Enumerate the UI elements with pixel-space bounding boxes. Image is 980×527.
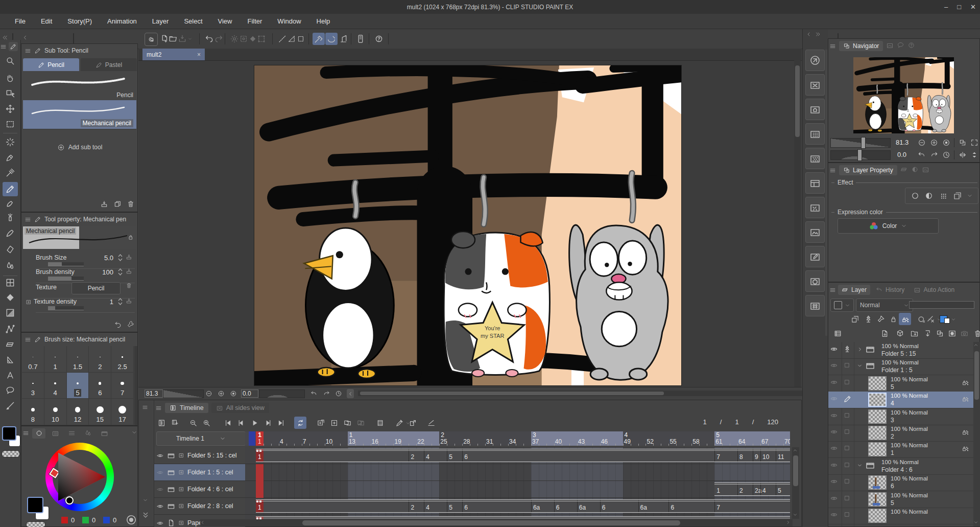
layer-thumbnail[interactable] xyxy=(868,409,887,424)
tab-layer[interactable]: Layer xyxy=(838,285,870,295)
layer-row-6[interactable]: 100 % Normal6 xyxy=(828,474,974,491)
skip-to-end-button[interactable] xyxy=(275,417,287,429)
texture-select[interactable]: Pencil xyxy=(71,282,121,294)
tab-history[interactable]: History xyxy=(872,285,908,295)
brush-size-3[interactable]: 3 xyxy=(22,373,44,399)
scroll-up[interactable] xyxy=(793,447,799,453)
delete-texture-button[interactable] xyxy=(126,282,135,291)
material-close-button[interactable] xyxy=(805,74,825,96)
menu-layer[interactable]: Layer xyxy=(145,17,177,25)
clipping-button[interactable] xyxy=(849,313,861,325)
tab-material-image[interactable] xyxy=(922,166,929,175)
brush-size-12[interactable]: 12 xyxy=(67,399,89,425)
tab-color-set[interactable] xyxy=(49,428,62,439)
layer-color-button[interactable] xyxy=(939,313,951,325)
expand-track-button[interactable] xyxy=(178,452,184,459)
save-dropdown[interactable] xyxy=(187,36,194,42)
tool-pen[interactable] xyxy=(3,150,18,165)
field-slider[interactable] xyxy=(48,306,84,310)
tool-ruler[interactable] xyxy=(3,353,18,367)
layer-row-Folder 5 : 15[interactable]: 100 % NormalFolder 5 : 15 xyxy=(828,342,974,359)
scrollbar-thumb[interactable] xyxy=(974,351,979,400)
brush-size-6[interactable]: 6 xyxy=(89,373,111,399)
maximize-button[interactable]: □ xyxy=(957,3,961,11)
tool-blend[interactable] xyxy=(3,259,18,273)
track-header-4[interactable]: Folder 2 : 8 : cel xyxy=(154,498,245,515)
layer-row-Folder 4 : 6[interactable]: 100 % NormalFolder 4 : 6 xyxy=(828,458,974,475)
tab-color-mixing[interactable] xyxy=(81,428,94,439)
tool-correct-line[interactable] xyxy=(3,399,18,413)
panel-menu[interactable] xyxy=(142,404,150,413)
tool-decoration[interactable] xyxy=(3,226,18,240)
delete-cel-button[interactable] xyxy=(393,417,405,429)
material-grid-button[interactable] xyxy=(805,123,825,145)
material-scrollbar[interactable] xyxy=(825,50,827,336)
menu-filter[interactable]: Filter xyxy=(240,17,270,25)
visibility-toggle[interactable] xyxy=(830,494,840,505)
chev-rr-material[interactable] xyxy=(815,31,823,39)
tool-zoom[interactable] xyxy=(3,54,18,68)
draft-layer-button[interactable] xyxy=(874,313,887,325)
tool-balloon[interactable] xyxy=(3,383,18,398)
edit-state[interactable] xyxy=(843,511,853,521)
lock-alpha-button[interactable] xyxy=(899,313,911,325)
visibility-toggle[interactable] xyxy=(830,477,840,488)
transform-frame-button[interactable] xyxy=(255,33,268,45)
field-stepper[interactable] xyxy=(117,297,124,306)
add-sub-tool-button[interactable]: Add sub tool xyxy=(23,141,136,153)
menu-view[interactable]: View xyxy=(210,17,240,25)
visibility-toggle[interactable] xyxy=(830,428,840,438)
lock-brush-button[interactable] xyxy=(127,234,136,243)
expand-setting-button[interactable] xyxy=(26,299,32,306)
menu-storyp[interactable]: Story(P) xyxy=(60,17,100,25)
brush-size-15[interactable]: 15 xyxy=(89,399,111,425)
timeline-h-scrollbar[interactable] xyxy=(200,519,793,526)
layer-row-5[interactable]: 100 % Normal5 xyxy=(828,375,974,392)
effect-layer-color-button[interactable] xyxy=(953,191,962,200)
next-frame-button[interactable] xyxy=(261,417,274,429)
insert-cel-button[interactable] xyxy=(425,417,437,429)
collapse-down[interactable] xyxy=(142,497,150,505)
tool-brush[interactable] xyxy=(3,196,18,211)
nav-flip-view[interactable] xyxy=(957,149,968,160)
layer-row-Folder 1 : 5[interactable]: 100 % NormalFolder 1 : 5 xyxy=(828,358,974,375)
brush-size-2.5[interactable]: 2.5 xyxy=(111,346,134,373)
playback-start-marker[interactable] xyxy=(249,431,255,446)
close-button[interactable]: ✕ xyxy=(970,3,976,11)
tool-operation[interactable] xyxy=(3,86,18,101)
track-visibility-toggle[interactable] xyxy=(156,502,164,510)
tab-balloon[interactable] xyxy=(897,41,904,51)
scroll-up[interactable] xyxy=(973,342,980,349)
sub-tool-tab-pastel[interactable]: Pastel xyxy=(81,58,137,71)
tab-help[interactable] xyxy=(907,41,915,51)
navigator-thumbnail[interactable]: You're my STAR xyxy=(853,57,954,133)
save-button[interactable] xyxy=(176,33,188,45)
new-cel-button[interactable] xyxy=(328,417,340,429)
play-button[interactable] xyxy=(248,417,260,429)
tab-color-sliders[interactable] xyxy=(65,428,78,439)
minus-circle-zoom[interactable] xyxy=(204,389,214,398)
tool-move-layer[interactable] xyxy=(3,102,18,116)
expand-track-button[interactable] xyxy=(178,503,184,509)
new-vector-layer-button[interactable] xyxy=(894,327,906,339)
collapse-bar-button[interactable] xyxy=(347,389,354,398)
brush-size-1[interactable]: 1 xyxy=(44,346,67,373)
canvas-rotation-slider[interactable] xyxy=(259,389,305,398)
tool-fill[interactable] xyxy=(3,290,18,305)
tool-auto-select[interactable] xyxy=(3,135,18,149)
scroll-right[interactable] xyxy=(785,519,793,526)
lock-layer-button[interactable] xyxy=(887,313,899,325)
disable-ruler-button[interactable] xyxy=(924,313,937,325)
nav-rotate-cw[interactable] xyxy=(928,149,939,160)
brush-size-scrollbar[interactable] xyxy=(134,346,137,425)
nav-zoom-slider[interactable] xyxy=(830,138,891,148)
sv-triangle[interactable] xyxy=(56,452,107,502)
dashed-rect-button[interactable] xyxy=(295,33,307,45)
field-slider[interactable] xyxy=(48,277,84,281)
delete-sub-tool-button[interactable] xyxy=(125,198,137,210)
material-3d-button[interactable] xyxy=(805,270,825,292)
brush-size-0.7[interactable]: 0.7 xyxy=(22,346,44,373)
quick-access-button[interactable] xyxy=(805,50,825,71)
sv-cursor[interactable] xyxy=(65,496,74,505)
effect-halftone-button[interactable] xyxy=(939,191,948,200)
